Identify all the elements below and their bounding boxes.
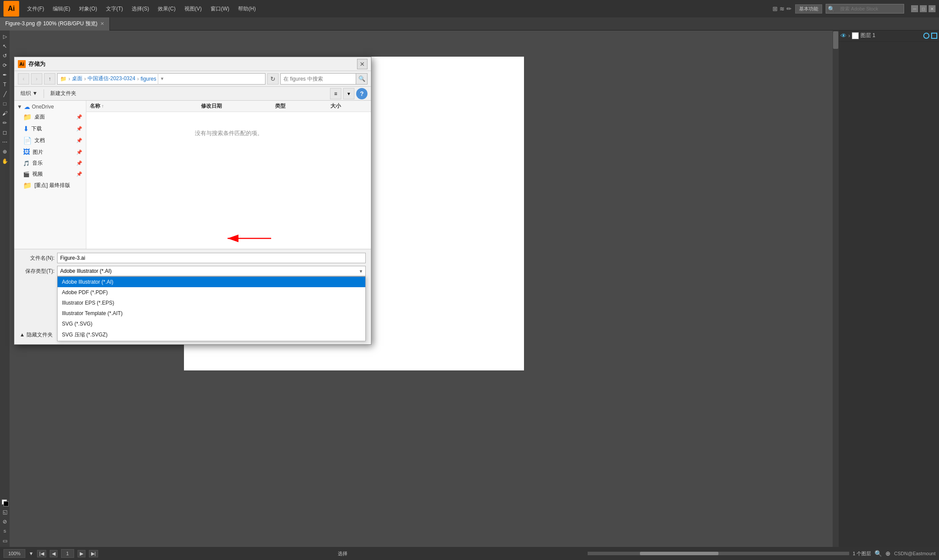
canvas-scrollbar-h[interactable] [588, 552, 849, 555]
nav-forward-button[interactable]: › [31, 73, 42, 85]
direct-select-tool[interactable]: ↖ [0, 42, 9, 51]
folder-icon: 📁 [23, 113, 32, 121]
paintbrush-tool[interactable]: 🖌 [0, 109, 9, 118]
nav-refresh-button[interactable]: ↻ [267, 73, 279, 85]
view-detail-button[interactable]: ▾ [343, 88, 354, 99]
workspace-button[interactable]: 基本功能 [795, 4, 822, 14]
pen-tool[interactable]: ✒ [0, 71, 9, 79]
menu-window[interactable]: 窗口(W) [206, 3, 234, 14]
pin-icon[interactable]: 📌 [76, 138, 82, 143]
pin-icon[interactable]: 📌 [76, 160, 82, 166]
col-name-header[interactable]: 名称 ↑ [90, 102, 201, 110]
pen-icon[interactable]: ✏ [786, 5, 792, 12]
sidebar-item-downloads[interactable]: ⬇ 下载 📌 [14, 123, 86, 135]
blend-tool[interactable]: ⋯ [0, 138, 9, 146]
dialog-close-button[interactable]: ✕ [357, 59, 367, 69]
minimize-button[interactable]: ─ [911, 5, 918, 12]
sidebar-item-pictures[interactable]: 🖼 图片 📌 [14, 146, 86, 158]
path-folder[interactable]: 中国通信-2023-0324 [88, 75, 135, 82]
filetype-option-pdf[interactable]: Adobe PDF (*.PDF) [58, 287, 365, 298]
page-input[interactable] [61, 549, 74, 558]
zoom-tool[interactable]: ⊕ [0, 147, 9, 156]
search-button[interactable]: 🔍 [356, 74, 367, 84]
search-input[interactable] [281, 74, 356, 84]
layer-target-circle[interactable] [923, 33, 929, 39]
menu-help[interactable]: 帮助(H) [234, 3, 260, 14]
zoom-level-icon[interactable]: ⊕ [885, 550, 891, 557]
filetype-option-ait[interactable]: Illustrator Template (*.AIT) [58, 308, 365, 319]
nav-prev-page[interactable]: ◀ [50, 550, 58, 557]
artboard-icon[interactable]: ⊞ [772, 5, 778, 12]
screens-mode[interactable]: S [0, 527, 9, 536]
col-type-header[interactable]: 类型 [275, 102, 330, 110]
fill-tool[interactable] [0, 498, 9, 507]
layers-icon[interactable]: ≋ [779, 5, 785, 12]
sidebar-item-videos[interactable]: 🎬 视频 📌 [14, 169, 86, 180]
filetype-option-ai-selected[interactable]: Adobe Illustrator (*.AI) [58, 277, 365, 287]
sidebar-item-music[interactable]: 🎵 音乐 📌 [14, 158, 86, 169]
nav-first-page[interactable]: |◀ [37, 550, 46, 557]
col-size-header[interactable]: 大小 [330, 102, 367, 110]
filetype-option-eps[interactable]: Illustrator EPS (*.EPS) [58, 298, 365, 308]
filetype-select-display[interactable]: Adobe Illustrator (*.AI) [57, 266, 366, 276]
organize-button[interactable]: 组织 ▼ [18, 89, 40, 98]
path-desktop[interactable]: 桌面 [72, 75, 82, 82]
visibility-icon[interactable]: 👁 [840, 32, 847, 39]
path-chevron[interactable]: ▼ [158, 73, 166, 85]
menu-object[interactable]: 对象(O) [75, 3, 101, 14]
menu-edit[interactable]: 编辑(E) [48, 3, 75, 14]
layer-select-square[interactable] [931, 33, 937, 39]
pin-icon[interactable]: 📌 [76, 171, 82, 177]
maximize-button[interactable]: □ [920, 5, 927, 12]
pin-icon[interactable]: 📌 [76, 149, 82, 155]
filetype-option-svgz[interactable]: SVG 压缩 (*.SVGZ) [58, 329, 365, 341]
select-tool[interactable]: ▷ [0, 32, 9, 41]
sidebar-expand-icon: ▼ [17, 104, 22, 110]
menu-select[interactable]: 选择(S) [127, 3, 153, 14]
menu-view[interactable]: 视图(V) [180, 3, 206, 14]
sidebar-item-documents[interactable]: 📄 文档 📌 [14, 135, 86, 146]
cloud-icon: ☁ [24, 103, 30, 110]
filetype-option-svg[interactable]: SVG (*.SVG) [58, 319, 365, 329]
transform-tool[interactable]: ⟳ [0, 61, 9, 70]
tab-close-button[interactable]: ✕ [100, 21, 104, 27]
hide-folders-button[interactable]: ▲ 隐藏文件夹 [20, 331, 53, 339]
layer-expand-icon[interactable]: › [848, 33, 850, 39]
col-date-header[interactable]: 修改日期 [201, 102, 275, 110]
sidebar-onedrive-header[interactable]: ▼ ☁ OneDrive [14, 102, 86, 111]
zoom-in-icon[interactable]: 🔍 [874, 550, 882, 557]
menu-text[interactable]: 文字(T) [102, 3, 127, 14]
menu-effect[interactable]: 效果(C) [153, 3, 180, 14]
nav-back-button[interactable]: ‹ [18, 73, 29, 85]
screen-mode[interactable]: ▭ [0, 536, 9, 545]
new-folder-button[interactable]: 新建文件夹 [48, 89, 79, 98]
line-tool[interactable]: ╱ [0, 90, 9, 98]
help-button[interactable]: ? [356, 88, 367, 99]
none-mode[interactable]: ⊘ [0, 517, 9, 526]
rotate-tool[interactable]: ↺ [0, 51, 9, 60]
view-options-button[interactable]: ≡ [330, 88, 341, 99]
eraser-tool[interactable]: ◻ [0, 128, 9, 137]
zoom-dropdown-arrow[interactable]: ▼ [29, 551, 34, 556]
type-tool[interactable]: T [0, 80, 9, 89]
filename-input[interactable] [57, 253, 366, 263]
search-stock-input[interactable] [837, 5, 904, 12]
shape-tool[interactable]: □ [0, 99, 9, 108]
nav-up-button[interactable]: ↑ [44, 73, 55, 85]
sidebar-item-desktop[interactable]: 📁 桌面 📌 [14, 111, 86, 123]
pin-icon[interactable]: 📌 [76, 126, 82, 132]
layer-info-label: 1 个图层 [853, 550, 871, 557]
stroke-mode[interactable]: ◱ [0, 508, 9, 516]
nav-next-page[interactable]: ▶ [78, 550, 85, 557]
sidebar-item-priority[interactable]: 📁 [重点] 最终排版 [14, 180, 86, 191]
hand-tool[interactable]: ✋ [0, 157, 9, 166]
pin-icon[interactable]: 📌 [76, 114, 82, 120]
close-button[interactable]: ✕ [929, 5, 936, 12]
path-subfolder[interactable]: figures [140, 76, 156, 82]
pencil-tool[interactable]: ✏ [0, 119, 9, 127]
menu-file[interactable]: 文件(F) [23, 3, 48, 14]
zoom-input[interactable] [3, 549, 25, 558]
scrollbar-h-thumb[interactable] [640, 552, 718, 555]
document-tab[interactable]: Figure-3.png @ 100% (RGB/GPU 预览) ✕ [0, 17, 110, 31]
nav-last-page[interactable]: ▶| [89, 550, 98, 557]
